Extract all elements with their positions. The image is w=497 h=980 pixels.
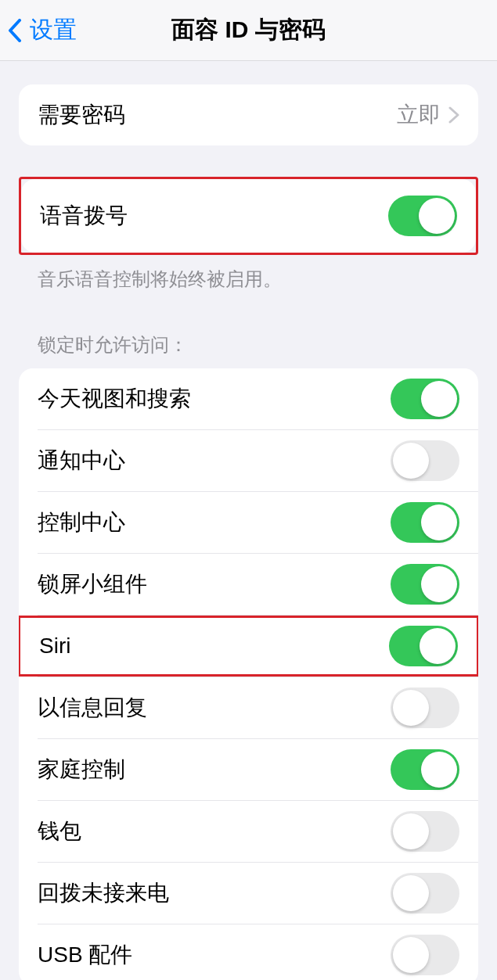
siri-row: Siri [20,618,477,674]
today-view-row: 今天视图和搜索 [19,368,478,429]
wallet-toggle[interactable] [391,811,459,852]
lock-screen-widgets-toggle[interactable] [391,564,459,605]
require-passcode-value: 立即 [397,100,441,130]
voice-dial-footer: 音乐语音控制将始终被启用。 [19,255,478,293]
lock-screen-widgets-label: 锁屏小组件 [19,569,147,599]
voice-dial-toggle[interactable] [388,196,457,236]
voice-dial-label: 语音拨号 [40,201,128,231]
usb-accessories-row: USB 配件 [19,924,478,980]
locked-access-header: 锁定时允许访问： [19,321,478,358]
today-view-toggle[interactable] [391,379,459,419]
wallet-row: 钱包 [19,801,478,862]
return-missed-calls-toggle[interactable] [391,873,459,914]
usb-accessories-label: USB 配件 [19,940,132,970]
reply-with-message-label: 以信息回复 [19,693,147,723]
back-button[interactable]: 设置 [0,14,77,46]
control-center-row: 控制中心 [19,492,478,553]
reply-with-message-toggle[interactable] [391,687,459,728]
navigation-bar: 设置 面容 ID 与密码 [0,0,497,61]
return-missed-calls-label: 回拨未接来电 [19,878,169,908]
lock-screen-widgets-row: 锁屏小组件 [19,554,478,615]
control-center-label: 控制中心 [19,508,125,537]
wallet-label: 钱包 [19,817,81,846]
today-view-label: 今天视图和搜索 [19,384,191,414]
siri-label: Siri [20,634,70,659]
require-passcode-row[interactable]: 需要密码 立即 [19,84,478,145]
voice-dial-group: 语音拨号 [21,179,476,253]
annotation-highlight-voice-dial: 语音拨号 [19,177,478,255]
voice-dial-row: 语音拨号 [21,179,476,253]
return-missed-calls-row: 回拨未接来电 [19,863,478,924]
reply-with-message-row: 以信息回复 [19,677,478,738]
notification-center-label: 通知中心 [19,446,125,476]
back-label: 设置 [30,14,77,46]
locked-access-group: 今天视图和搜索 通知中心 控制中心 锁屏小组件 Siri 以信息回复 [19,368,478,980]
home-control-toggle[interactable] [391,749,459,790]
home-control-row: 家庭控制 [19,739,478,800]
require-passcode-group: 需要密码 立即 [19,84,478,145]
chevron-right-icon [448,106,459,124]
usb-accessories-toggle[interactable] [391,935,459,975]
siri-toggle[interactable] [389,626,458,666]
annotation-highlight-siri: Siri [19,616,478,677]
require-passcode-label: 需要密码 [38,100,125,130]
notification-center-toggle[interactable] [391,440,459,481]
home-control-label: 家庭控制 [19,755,125,784]
control-center-toggle[interactable] [391,502,459,543]
notification-center-row: 通知中心 [19,430,478,491]
chevron-left-icon [8,19,22,42]
